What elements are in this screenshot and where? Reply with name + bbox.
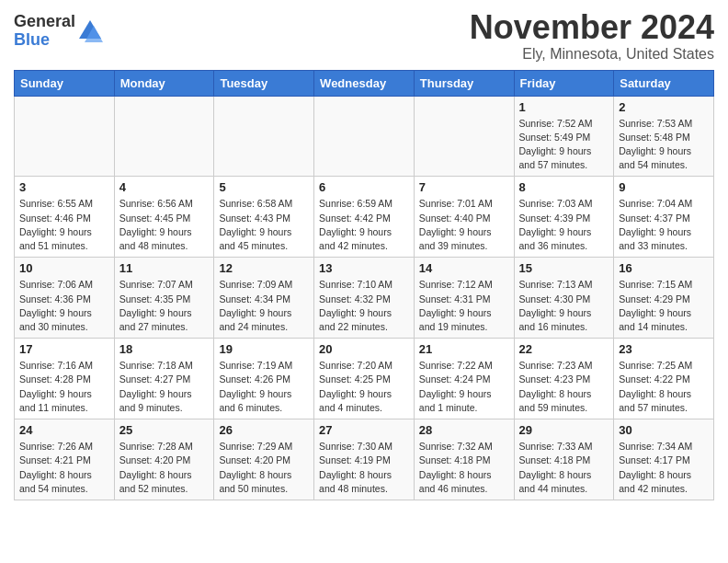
day-cell <box>414 96 514 177</box>
day-number: 12 <box>219 261 309 275</box>
day-number: 8 <box>519 180 609 194</box>
day-cell: 17Sunrise: 7:16 AM Sunset: 4:28 PM Dayli… <box>15 339 115 419</box>
day-number: 5 <box>219 180 309 194</box>
day-number: 28 <box>419 423 509 437</box>
day-number: 7 <box>419 180 509 194</box>
day-number: 2 <box>619 100 709 114</box>
day-info: Sunrise: 7:01 AM Sunset: 4:40 PM Dayligh… <box>419 197 509 253</box>
day-number: 19 <box>219 342 309 356</box>
day-number: 15 <box>519 261 609 275</box>
day-info: Sunrise: 7:33 AM Sunset: 4:18 PM Dayligh… <box>519 440 609 496</box>
location-title: Ely, Minnesota, United States <box>470 46 714 63</box>
day-cell <box>15 96 115 177</box>
day-info: Sunrise: 6:56 AM Sunset: 4:45 PM Dayligh… <box>119 197 210 253</box>
month-title: November 2024 <box>470 9 714 46</box>
day-info: Sunrise: 6:58 AM Sunset: 4:43 PM Dayligh… <box>219 197 309 253</box>
day-cell: 9Sunrise: 7:04 AM Sunset: 4:37 PM Daylig… <box>614 177 714 258</box>
day-cell: 16Sunrise: 7:15 AM Sunset: 4:29 PM Dayli… <box>614 258 714 339</box>
day-info: Sunrise: 6:59 AM Sunset: 4:42 PM Dayligh… <box>319 197 409 253</box>
day-cell: 13Sunrise: 7:10 AM Sunset: 4:32 PM Dayli… <box>314 258 415 339</box>
day-cell: 15Sunrise: 7:13 AM Sunset: 4:30 PM Dayli… <box>514 258 614 339</box>
day-cell: 2Sunrise: 7:53 AM Sunset: 5:48 PM Daylig… <box>614 96 714 177</box>
title-area: November 2024 Ely, Minnesota, United Sta… <box>470 9 714 63</box>
header-day-saturday: Saturday <box>614 70 714 96</box>
day-cell <box>314 96 415 177</box>
day-info: Sunrise: 7:19 AM Sunset: 4:26 PM Dayligh… <box>219 359 309 415</box>
day-number: 1 <box>519 100 609 114</box>
day-cell: 18Sunrise: 7:18 AM Sunset: 4:27 PM Dayli… <box>114 339 214 419</box>
day-number: 17 <box>19 342 109 356</box>
day-number: 9 <box>619 180 709 194</box>
day-cell: 25Sunrise: 7:28 AM Sunset: 4:20 PM Dayli… <box>114 419 214 500</box>
logo: General Blue <box>14 13 103 50</box>
day-number: 23 <box>619 342 709 356</box>
day-cell: 14Sunrise: 7:12 AM Sunset: 4:31 PM Dayli… <box>414 258 514 339</box>
day-info: Sunrise: 7:52 AM Sunset: 5:49 PM Dayligh… <box>519 117 609 173</box>
day-info: Sunrise: 7:10 AM Sunset: 4:32 PM Dayligh… <box>319 278 409 334</box>
day-cell: 26Sunrise: 7:29 AM Sunset: 4:20 PM Dayli… <box>214 419 314 500</box>
day-number: 14 <box>419 261 509 275</box>
header-day-thursday: Thursday <box>414 70 514 96</box>
day-cell: 3Sunrise: 6:55 AM Sunset: 4:46 PM Daylig… <box>15 177 115 258</box>
day-cell <box>114 96 214 177</box>
day-info: Sunrise: 7:34 AM Sunset: 4:17 PM Dayligh… <box>619 440 709 496</box>
day-cell: 6Sunrise: 6:59 AM Sunset: 4:42 PM Daylig… <box>314 177 415 258</box>
day-info: Sunrise: 7:29 AM Sunset: 4:20 PM Dayligh… <box>219 440 309 496</box>
week-row-5: 24Sunrise: 7:26 AM Sunset: 4:21 PM Dayli… <box>15 419 714 500</box>
header-day-friday: Friday <box>514 70 614 96</box>
logo-general-text: General <box>14 13 75 31</box>
day-info: Sunrise: 7:15 AM Sunset: 4:29 PM Dayligh… <box>619 278 709 334</box>
day-info: Sunrise: 7:07 AM Sunset: 4:35 PM Dayligh… <box>119 278 210 334</box>
day-info: Sunrise: 7:04 AM Sunset: 4:37 PM Dayligh… <box>619 197 709 253</box>
day-cell: 23Sunrise: 7:25 AM Sunset: 4:22 PM Dayli… <box>614 339 714 419</box>
day-number: 20 <box>319 342 409 356</box>
day-cell: 11Sunrise: 7:07 AM Sunset: 4:35 PM Dayli… <box>114 258 214 339</box>
day-cell: 4Sunrise: 6:56 AM Sunset: 4:45 PM Daylig… <box>114 177 214 258</box>
day-info: Sunrise: 7:20 AM Sunset: 4:25 PM Dayligh… <box>319 359 409 415</box>
calendar-body: 1Sunrise: 7:52 AM Sunset: 5:49 PM Daylig… <box>15 96 714 500</box>
calendar-table: SundayMondayTuesdayWednesdayThursdayFrid… <box>14 70 714 500</box>
day-info: Sunrise: 7:03 AM Sunset: 4:39 PM Dayligh… <box>519 197 609 253</box>
day-info: Sunrise: 7:23 AM Sunset: 4:23 PM Dayligh… <box>519 359 609 415</box>
day-number: 30 <box>619 423 709 437</box>
day-number: 6 <box>319 180 409 194</box>
header-day-sunday: Sunday <box>15 70 115 96</box>
day-cell: 21Sunrise: 7:22 AM Sunset: 4:24 PM Dayli… <box>414 339 514 419</box>
day-info: Sunrise: 7:18 AM Sunset: 4:27 PM Dayligh… <box>119 359 210 415</box>
logo-blue-text: Blue <box>14 31 75 50</box>
day-number: 24 <box>19 423 109 437</box>
logo-icon <box>77 18 103 44</box>
day-cell: 10Sunrise: 7:06 AM Sunset: 4:36 PM Dayli… <box>15 258 115 339</box>
week-row-3: 10Sunrise: 7:06 AM Sunset: 4:36 PM Dayli… <box>15 258 714 339</box>
day-info: Sunrise: 7:16 AM Sunset: 4:28 PM Dayligh… <box>19 359 109 415</box>
day-number: 13 <box>319 261 409 275</box>
day-number: 16 <box>619 261 709 275</box>
day-cell: 12Sunrise: 7:09 AM Sunset: 4:34 PM Dayli… <box>214 258 314 339</box>
day-info: Sunrise: 7:30 AM Sunset: 4:19 PM Dayligh… <box>319 440 409 496</box>
day-info: Sunrise: 7:13 AM Sunset: 4:30 PM Dayligh… <box>519 278 609 334</box>
day-info: Sunrise: 7:22 AM Sunset: 4:24 PM Dayligh… <box>419 359 509 415</box>
day-info: Sunrise: 7:12 AM Sunset: 4:31 PM Dayligh… <box>419 278 509 334</box>
week-row-2: 3Sunrise: 6:55 AM Sunset: 4:46 PM Daylig… <box>15 177 714 258</box>
day-cell: 22Sunrise: 7:23 AM Sunset: 4:23 PM Dayli… <box>514 339 614 419</box>
day-cell: 20Sunrise: 7:20 AM Sunset: 4:25 PM Dayli… <box>314 339 415 419</box>
day-cell: 5Sunrise: 6:58 AM Sunset: 4:43 PM Daylig… <box>214 177 314 258</box>
day-number: 10 <box>19 261 109 275</box>
day-cell: 1Sunrise: 7:52 AM Sunset: 5:49 PM Daylig… <box>514 96 614 177</box>
header: General Blue November 2024 Ely, Minnesot… <box>14 9 714 63</box>
day-number: 4 <box>119 180 210 194</box>
header-row: SundayMondayTuesdayWednesdayThursdayFrid… <box>15 70 714 96</box>
day-cell: 8Sunrise: 7:03 AM Sunset: 4:39 PM Daylig… <box>514 177 614 258</box>
day-number: 27 <box>319 423 409 437</box>
day-number: 22 <box>519 342 609 356</box>
day-info: Sunrise: 6:55 AM Sunset: 4:46 PM Dayligh… <box>19 197 109 253</box>
day-number: 21 <box>419 342 509 356</box>
day-number: 25 <box>119 423 210 437</box>
header-day-monday: Monday <box>114 70 214 96</box>
day-cell: 7Sunrise: 7:01 AM Sunset: 4:40 PM Daylig… <box>414 177 514 258</box>
day-number: 29 <box>519 423 609 437</box>
day-cell: 28Sunrise: 7:32 AM Sunset: 4:18 PM Dayli… <box>414 419 514 500</box>
header-day-wednesday: Wednesday <box>314 70 415 96</box>
day-cell <box>214 96 314 177</box>
day-info: Sunrise: 7:06 AM Sunset: 4:36 PM Dayligh… <box>19 278 109 334</box>
